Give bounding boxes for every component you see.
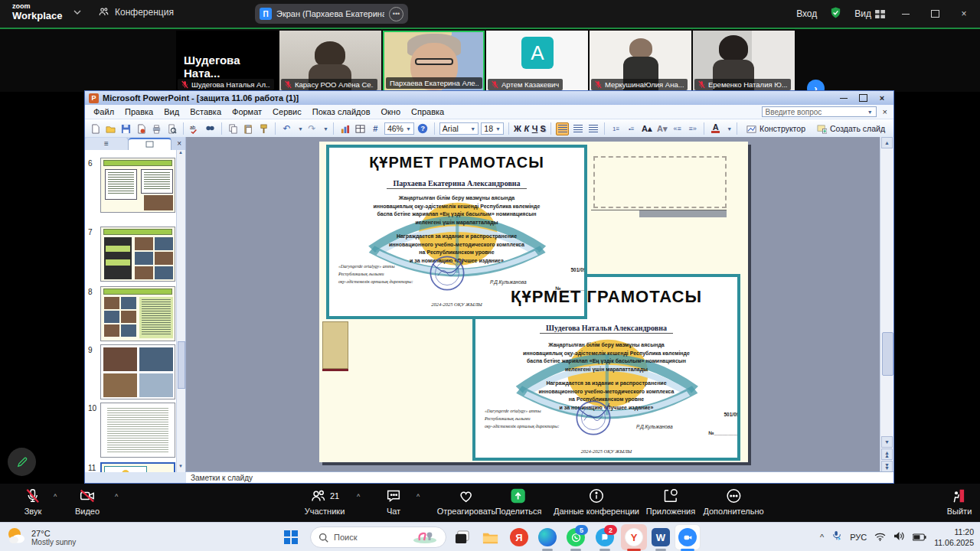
messenger-button[interactable]: 2 — [593, 527, 616, 548]
font-name-dropdown-icon[interactable]: ▼ — [470, 126, 475, 132]
paste-icon[interactable] — [242, 122, 255, 135]
decrease-indent-button[interactable]: «≡ — [671, 122, 684, 135]
tab-more-icon[interactable]: ••• — [389, 7, 403, 21]
edge-button[interactable] — [536, 527, 559, 548]
slide-thumbnail[interactable]: 10 — [85, 403, 177, 459]
format-painter-icon[interactable] — [257, 122, 270, 135]
language-indicator[interactable]: РУС — [850, 533, 867, 542]
insert-chart-icon[interactable] — [338, 122, 351, 135]
zoom-dropdown-icon[interactable]: ▼ — [406, 126, 411, 132]
help-icon[interactable]: ? — [416, 122, 430, 135]
yandex-app-button[interactable]: Я — [508, 527, 531, 548]
insert-table-icon[interactable] — [354, 122, 367, 135]
menubar-close-icon[interactable]: × — [880, 107, 890, 116]
word-button[interactable]: W — [649, 527, 672, 548]
redo-dropdown-icon[interactable]: ▼ — [323, 126, 328, 132]
more-button[interactable]: Дополнительно — [703, 487, 763, 516]
task-view-button[interactable] — [450, 527, 473, 548]
participant-tile[interactable]: Шудегова Ната... Шудегова Наталья Ал... — [176, 31, 278, 92]
window-close-button[interactable]: × — [956, 8, 972, 20]
video-button[interactable]: Видео — [75, 487, 100, 516]
menu-insert[interactable]: Вставка — [185, 107, 227, 116]
share-screen-button[interactable]: Поделиться — [495, 487, 542, 516]
participant-tile[interactable]: Карасу РОО Алёна Се... — [279, 31, 381, 92]
clock-widget[interactable]: 11:20 11.06.2025 — [934, 527, 974, 548]
panel-scroll-thumb[interactable] — [178, 341, 185, 389]
slide-thumbnail[interactable]: 9 — [85, 344, 177, 401]
font-color-dropdown-icon[interactable]: ▼ — [727, 126, 732, 132]
react-button[interactable]: Отреагировать — [437, 487, 496, 516]
participants-button[interactable]: 21 Участники — [305, 487, 345, 516]
zoom-level-combo[interactable]: 46% ▼ — [384, 122, 414, 135]
audio-button[interactable]: Звук — [24, 487, 42, 516]
tray-expand-chevron[interactable]: ^ — [820, 533, 824, 542]
research-icon[interactable] — [204, 122, 217, 135]
permission-icon[interactable] — [135, 122, 148, 135]
battery-icon[interactable] — [913, 530, 926, 544]
canvas-scrollbar[interactable]: ▲ ▼ ▲▲ ▼▼ — [880, 137, 893, 472]
scroll-down-icon[interactable]: ▼ — [881, 436, 893, 448]
print-icon[interactable] — [150, 122, 163, 135]
participant-tile[interactable]: МеркушинаЮлия Ана... — [590, 31, 691, 92]
menu-file[interactable]: Файл — [88, 107, 119, 116]
slide-canvas[interactable]: ҚҰРМЕТ ГРАМОТАСЫ Шудегова Наталья Алекса… — [186, 137, 880, 472]
tab-meeting[interactable]: Конференция — [98, 6, 174, 18]
bold-button[interactable]: Ж — [514, 124, 521, 133]
open-folder-icon[interactable] — [104, 122, 117, 135]
start-button[interactable] — [279, 527, 302, 548]
wifi-icon[interactable] — [874, 530, 886, 544]
save-icon[interactable] — [119, 122, 132, 135]
menu-tools[interactable]: Сервис — [267, 107, 307, 116]
slide-thumbnail[interactable]: 8 — [85, 286, 177, 343]
weather-widget[interactable]: 27°C Mostly sunny — [6, 526, 76, 549]
panel-scrollbar[interactable]: ▲ ▼ — [176, 150, 185, 472]
window-restore-button[interactable] — [926, 8, 943, 20]
next-slide-button[interactable]: ▼▼ — [881, 461, 893, 472]
increase-font-button[interactable]: A▴ — [640, 122, 653, 135]
redo-icon[interactable]: ↷ — [305, 122, 318, 135]
apps-button[interactable]: Приложения — [646, 487, 695, 516]
question-input[interactable]: Введите вопрос ▼ — [762, 106, 877, 117]
increase-indent-button[interactable]: ≡» — [686, 122, 699, 135]
participants-options-chevron[interactable]: ^ — [357, 493, 360, 500]
certificate[interactable]: ҚҰРМЕТ ГРАМОТАСЫ Пархаева Екатерина Алек… — [326, 145, 587, 319]
ppt-restore-button[interactable] — [855, 93, 871, 103]
security-shield-icon[interactable] — [829, 6, 842, 22]
font-size-dropdown-icon[interactable]: ▼ — [495, 126, 501, 132]
ppt-close-button[interactable]: × — [874, 93, 890, 103]
menu-view[interactable]: Вид — [158, 107, 185, 116]
search-highlight-image[interactable] — [412, 528, 438, 546]
designer-button[interactable]: Конструктор — [742, 122, 810, 135]
font-name-combo[interactable]: Arial ▼ — [439, 122, 479, 135]
signin-button[interactable]: Вход — [796, 8, 817, 19]
undo-dropdown-icon[interactable]: ▼ — [298, 126, 303, 132]
copy-icon[interactable] — [227, 122, 240, 135]
italic-button[interactable]: К — [524, 124, 530, 133]
align-center-button[interactable] — [571, 122, 584, 135]
powerpoint-title-bar[interactable]: P Microsoft PowerPoint - [защита 11.06 р… — [85, 91, 893, 105]
underline-button[interactable]: Ч — [532, 124, 538, 133]
question-dropdown-icon[interactable]: ▼ — [867, 109, 873, 115]
slide-thumbnail[interactable]: 7 — [85, 227, 177, 285]
new-slide-button[interactable]: Создать слайд — [812, 122, 890, 135]
whatsapp-button[interactable]: 5 — [564, 527, 587, 548]
tab-outline[interactable]: ≡ — [85, 138, 129, 150]
undo-icon[interactable]: ↶ — [280, 122, 293, 135]
chevron-down-icon[interactable] — [74, 8, 84, 18]
panel-scroll-down-icon[interactable]: ▼ — [177, 464, 185, 471]
ppt-minimize-button[interactable] — [836, 93, 851, 103]
tray-mic-icon[interactable] — [831, 530, 842, 544]
panel-close-icon[interactable]: × — [173, 139, 185, 148]
menu-slideshow[interactable]: Показ слайдов — [307, 107, 376, 116]
menu-help[interactable]: Справка — [406, 107, 449, 116]
participant-tile-active-speaker[interactable]: Пархаева Екатерина Але... — [383, 31, 485, 92]
new-document-icon[interactable] — [89, 122, 102, 135]
audio-options-chevron[interactable]: ^ — [54, 493, 57, 500]
numbered-list-button[interactable]: 1≡ — [609, 122, 622, 135]
spelling-icon[interactable]: ab — [188, 122, 201, 135]
tab-slides[interactable] — [129, 138, 172, 150]
yandex-browser-button[interactable]: Y — [622, 527, 645, 548]
print-preview-icon[interactable] — [165, 122, 178, 135]
leave-button[interactable]: Выйти — [947, 487, 972, 516]
menu-format[interactable]: Формат — [227, 107, 267, 116]
